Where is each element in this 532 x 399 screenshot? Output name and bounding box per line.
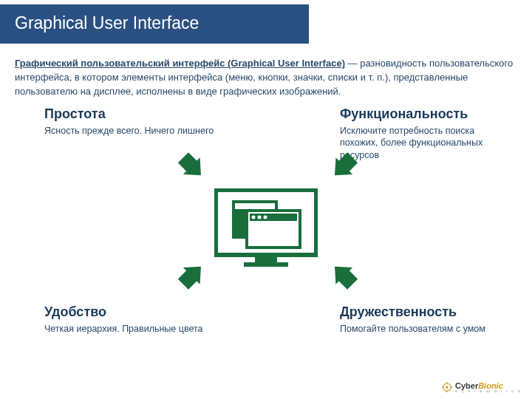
- quadrant-text: Помогайте пользователям с умом: [340, 323, 510, 335]
- monitor-illustration-icon: [214, 188, 318, 268]
- svg-point-8: [258, 215, 262, 219]
- svg-point-9: [264, 215, 267, 219]
- slide-title: Graphical User Interface: [0, 4, 309, 44]
- quadrant-text: Четкая иерархия. Правильные цвета: [44, 323, 214, 335]
- arrow-down-right-icon: [174, 152, 203, 182]
- svg-rect-1: [255, 256, 277, 262]
- gear-icon: [442, 382, 452, 392]
- quadrant-text: Ясность прежде всего. Ничего лишнего: [44, 125, 214, 137]
- concept-grid: Простота Ясность прежде всего. Ничего ли…: [15, 106, 517, 350]
- svg-rect-2: [244, 262, 288, 267]
- quadrant-title: Функциональность: [340, 106, 510, 122]
- quadrant-simplicity: Простота Ясность прежде всего. Ничего ли…: [44, 106, 214, 137]
- quadrant-title: Дружественность: [340, 304, 510, 320]
- svg-rect-4: [235, 203, 275, 209]
- arrow-down-left-icon: [332, 152, 362, 182]
- quadrant-title: Удобство: [44, 304, 214, 320]
- svg-point-7: [252, 215, 256, 219]
- definition-term: Графический пользовательский интерфейс (…: [15, 58, 345, 69]
- footer-brand: CyberBionic s y s t e m a t i c s: [442, 381, 522, 393]
- quadrant-text: Исключите потребность поиска похожих, бо…: [340, 125, 510, 163]
- quadrant-friendliness: Дружественность Помогайте пользователям …: [340, 304, 510, 335]
- arrow-up-left-icon: [332, 260, 362, 290]
- svg-point-11: [446, 386, 449, 389]
- brand-subtitle: s y s t e m a t i c s: [455, 389, 522, 393]
- svg-rect-6: [250, 214, 297, 221]
- definition-paragraph: Графический пользовательский интерфейс (…: [0, 44, 532, 106]
- quadrant-functionality: Функциональность Исключите потребность п…: [340, 106, 510, 163]
- quadrant-usability: Удобство Четкая иерархия. Правильные цве…: [44, 304, 214, 335]
- arrow-up-right-icon: [174, 260, 203, 290]
- quadrant-title: Простота: [44, 106, 214, 122]
